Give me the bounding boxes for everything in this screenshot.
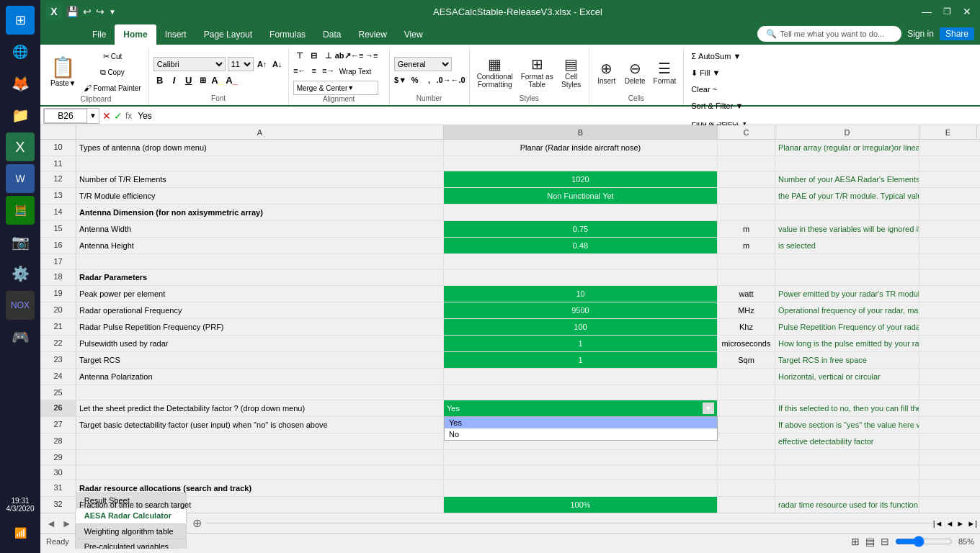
wrap-text-button[interactable]: Wrap Text bbox=[337, 64, 375, 78]
ribbon-tab-file[interactable]: File bbox=[84, 24, 115, 45]
cell-d-10[interactable]: Planar array (regular or irregular)or li… bbox=[775, 140, 919, 156]
quick-access-dropdown[interactable]: ▼ bbox=[109, 8, 116, 16]
text-angle-button[interactable]: ab↗ bbox=[337, 49, 349, 62]
cell-a-21[interactable]: Radar Pulse Repetition Frequency (PRF) bbox=[76, 319, 444, 335]
cell-d-24[interactable]: Horizontal, vertical or circular bbox=[775, 369, 919, 385]
cell-b-22[interactable]: 1 bbox=[444, 336, 718, 351]
cell-a-27[interactable]: Target basic detectability factor (user … bbox=[76, 417, 444, 433]
cell-a-31[interactable]: Radar resource allocations (search and t… bbox=[76, 480, 444, 496]
view-layout-button[interactable]: ▤ bbox=[865, 536, 875, 547]
taskbar-icon-calc[interactable]: 🧮 bbox=[6, 196, 35, 225]
cell-c-19[interactable]: watt bbox=[718, 286, 775, 302]
start-button[interactable]: ⊞ bbox=[6, 6, 35, 35]
cell-c-28[interactable] bbox=[718, 433, 775, 449]
cell-a-22[interactable]: Pulsewidth used by radar bbox=[76, 336, 444, 351]
ribbon-tab-formulas[interactable]: Formulas bbox=[261, 24, 314, 45]
bold-button[interactable]: B bbox=[153, 73, 166, 86]
copy-button[interactable]: ⧉Copy bbox=[81, 65, 143, 79]
taskbar-icon-camera[interactable]: 📷 bbox=[6, 228, 35, 256]
cell-d-11[interactable] bbox=[775, 156, 919, 171]
cell-c-20[interactable]: MHz bbox=[718, 302, 775, 318]
cell-b-23[interactable]: 1 bbox=[444, 352, 718, 368]
scroll-start-button[interactable]: |◄ bbox=[933, 519, 943, 528]
dropdown-option-no[interactable]: No bbox=[445, 428, 717, 440]
cell-b-21[interactable]: 100 bbox=[444, 319, 718, 335]
cell-d-17[interactable] bbox=[775, 254, 919, 269]
scroll-next-button[interactable]: ► bbox=[956, 519, 964, 528]
merge-center-button[interactable]: Merge & Center▼ bbox=[293, 81, 378, 95]
currency-button[interactable]: $▼ bbox=[394, 73, 407, 86]
col-header-b[interactable]: B bbox=[444, 125, 718, 139]
cell-b-19[interactable]: 10 bbox=[444, 286, 718, 302]
cell-a-17[interactable] bbox=[76, 254, 444, 269]
cell-a-26[interactable]: Let the sheet predict the Detectability … bbox=[76, 400, 444, 416]
cell-b-18[interactable] bbox=[444, 269, 718, 285]
italic-button[interactable]: I bbox=[168, 73, 181, 86]
cell-b-10[interactable]: Planar (Radar inside aircraft nose) bbox=[444, 140, 718, 156]
cell-a-23[interactable]: Target RCS bbox=[76, 352, 444, 368]
sheet-tab-2[interactable]: Weighting algorithm table bbox=[75, 523, 187, 539]
cell-c-21[interactable]: Khz bbox=[718, 319, 775, 335]
dropdown-option-yes[interactable]: Yes bbox=[445, 417, 717, 428]
cell-a-29[interactable] bbox=[76, 450, 444, 464]
taskbar-icon-settings[interactable]: ⚙️ bbox=[6, 259, 35, 288]
cell-b-24[interactable] bbox=[444, 369, 718, 385]
cell-a-10[interactable]: Types of antenna (drop down menu) bbox=[76, 140, 444, 156]
cell-a-28[interactable] bbox=[76, 433, 444, 449]
align-middle-button[interactable]: ⊟ bbox=[308, 49, 321, 62]
taskbar-icon-nox[interactable]: NOX bbox=[6, 291, 35, 320]
format-painter-button[interactable]: 🖌Format Painter bbox=[81, 81, 143, 95]
cell-a-32[interactable]: Fraction of time to search target bbox=[76, 497, 444, 513]
taskbar-icon-word[interactable]: W bbox=[6, 164, 35, 193]
cell-c-16[interactable]: m bbox=[718, 238, 775, 253]
autosum-button[interactable]: Σ AutoSum ▼ bbox=[688, 49, 744, 63]
cancel-formula-button[interactable]: ✕ bbox=[102, 110, 111, 122]
cell-c-13[interactable] bbox=[718, 188, 775, 204]
cell-b-30[interactable] bbox=[444, 465, 718, 480]
quick-access-save[interactable]: 💾 bbox=[66, 6, 79, 17]
share-button[interactable]: Share bbox=[940, 27, 974, 40]
ribbon-tab-home[interactable]: Home bbox=[115, 24, 156, 45]
cell-d-15[interactable]: value in these variables will be ignored… bbox=[775, 221, 919, 237]
cell-c-22[interactable]: microseconds bbox=[718, 336, 775, 351]
cell-d-31[interactable] bbox=[775, 480, 919, 496]
fill-button[interactable]: ⬇ Fill ▼ bbox=[688, 66, 723, 80]
cell-a-13[interactable]: T/R Module efficiency bbox=[76, 188, 444, 204]
taskbar-icon-excel[interactable]: X bbox=[6, 132, 35, 161]
cell-a-11[interactable] bbox=[76, 156, 444, 171]
cut-button[interactable]: ✂Cut bbox=[81, 49, 143, 63]
view-normal-button[interactable]: ⊞ bbox=[851, 536, 860, 547]
cell-c-27[interactable] bbox=[718, 417, 775, 433]
comma-button[interactable]: , bbox=[423, 73, 436, 86]
increase-font-button[interactable]: A↑ bbox=[256, 58, 269, 71]
cell-b-12[interactable]: 1020 bbox=[444, 171, 718, 187]
cell-d-26[interactable]: If this selected to no, then you can fil… bbox=[775, 400, 919, 416]
add-sheet-button[interactable]: ⊕ bbox=[188, 516, 206, 530]
cell-a-18[interactable]: Radar Parameters bbox=[76, 269, 444, 285]
tab-scroll-right[interactable]: ► bbox=[59, 518, 75, 529]
font-color-button[interactable]: A_ bbox=[226, 73, 239, 86]
col-header-a[interactable]: A bbox=[76, 125, 444, 139]
tell-me-input[interactable]: Tell me what you want to do... bbox=[780, 30, 884, 38]
cell-b-17[interactable] bbox=[444, 254, 718, 269]
cell-a-19[interactable]: Peak power per element bbox=[76, 286, 444, 302]
cell-a-15[interactable]: Antenna Width bbox=[76, 221, 444, 237]
cell-d-19[interactable]: Power emitted by your radar's TR module. bbox=[775, 286, 919, 302]
align-bottom-button[interactable]: ⊥ bbox=[322, 49, 335, 62]
underline-button[interactable]: U bbox=[182, 73, 195, 86]
insert-function-button[interactable]: fx bbox=[125, 111, 132, 121]
format-cells-button[interactable]: ☰ Format bbox=[651, 52, 680, 92]
close-button[interactable]: ✕ bbox=[960, 6, 974, 17]
col-header-f[interactable]: F bbox=[977, 125, 980, 139]
formula-input[interactable] bbox=[135, 109, 977, 122]
font-size-select[interactable]: 11 bbox=[228, 57, 254, 71]
ribbon-tab-insert[interactable]: Insert bbox=[156, 24, 195, 45]
cell-d-23[interactable]: Target RCS in free space bbox=[775, 352, 919, 368]
cell-a-16[interactable]: Antenna Height bbox=[76, 238, 444, 253]
cell-b-32[interactable]: 100% bbox=[444, 497, 718, 513]
cell-c-10[interactable] bbox=[718, 140, 775, 156]
cell-b-25[interactable] bbox=[444, 385, 718, 400]
cell-b-20[interactable]: 9500 bbox=[444, 302, 718, 318]
cell-b-29[interactable] bbox=[444, 450, 718, 464]
cell-d-32[interactable]: radar time resource used for its functio… bbox=[775, 497, 919, 513]
